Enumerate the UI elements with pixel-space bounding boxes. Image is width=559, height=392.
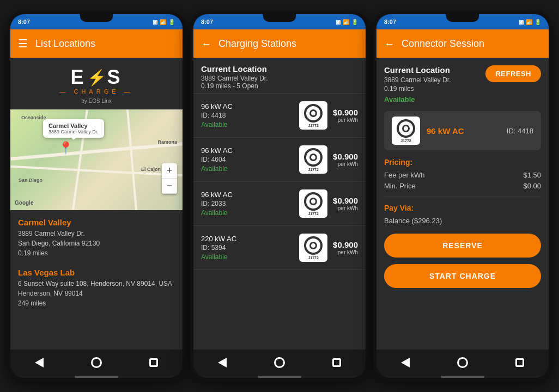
location-name-2: 3889 Carmel Valley Dr. (201, 75, 358, 82)
list-item[interactable]: Carmel Valley 3889 Carmel Valley Dr. San… (18, 218, 175, 258)
callout-title: Carmel Valley (48, 122, 99, 129)
connector-inner-0 (309, 109, 317, 117)
detail-title: Current Location (384, 65, 451, 75)
status-bar-2: 8:07 ▣ 📶 🔋 (193, 14, 366, 29)
status-icons-2: ▣ 📶 🔋 (336, 19, 358, 25)
refresh-button[interactable]: REFRESH (485, 65, 541, 82)
wifi-icon-2: ▣ (336, 19, 341, 25)
connector-type-detail: J1772 (400, 139, 411, 143)
time-1: 8:07 (18, 19, 30, 25)
station-price-1: $0.900 per kWh (333, 152, 358, 167)
map-label-oceanside: Oceanside (21, 115, 46, 120)
screen3-content: Current Location 3889 Carmel Valley Dr. … (376, 58, 549, 350)
eos-text2: S (107, 68, 123, 87)
station-item-1[interactable]: 96 kW AC ID: 4604 Available J1772 $0.900… (193, 138, 366, 182)
price-unit-3: per kWh (333, 249, 358, 255)
station-item-2[interactable]: 96 kW AC ID: 2033 Available J1772 $0.900… (193, 182, 366, 226)
connector-id-detail: ID: 4418 (507, 127, 533, 135)
phone-1: 8:07 ▣ 📶 🔋 ☰ List Locations E ⚡ S — CHAR… (7, 11, 186, 381)
back-arrow-2[interactable]: ← (201, 38, 212, 50)
bottom-line-2 (258, 376, 301, 378)
location-addr1-1: 6 Sunset Way suite 108, Henderson, NV 89… (18, 279, 175, 289)
connector-detail: Current Location 3889 Carmel Valley Dr. … (376, 58, 549, 302)
menu-icon[interactable]: ☰ (18, 37, 28, 50)
price-value-2: $0.900 (333, 196, 358, 205)
station-id-1: ID: 4604 (201, 156, 294, 163)
start-charge-button[interactable]: START CHARGE (384, 264, 541, 288)
station-list: 96 kW AC ID: 4418 Available J1772 $0.900… (193, 94, 366, 350)
station-avail-2: Available (201, 209, 294, 217)
list-item[interactable]: Las Vegas Lab 6 Sunset Way suite 108, He… (18, 268, 175, 308)
recent-button-1[interactable] (144, 353, 163, 372)
back-arrow-3[interactable]: ← (384, 38, 395, 50)
map-controls: + − (162, 163, 177, 194)
detail-avail: Available (384, 95, 451, 103)
fee-value: $1.50 (523, 171, 541, 179)
phone-2: 8:07 ▣ 📶 🔋 ← Charging Stations Current L… (190, 11, 369, 381)
price-value-1: $0.900 (333, 152, 358, 161)
station-price-2: $0.900 per kWh (333, 196, 358, 211)
connector-label-2: J1772 (308, 212, 318, 216)
charge-text: — CHARGE — (59, 88, 133, 95)
notch-2 (263, 14, 296, 22)
station-power-2: 96 kW AC (201, 191, 294, 199)
connector-label-0: J1772 (308, 124, 318, 127)
connector-inner-2 (309, 198, 317, 205)
nav-bar-2 (193, 350, 366, 376)
fee-label: Fee per kWh (384, 171, 424, 179)
location-addr2-1: Henderson, NV 89014 (18, 289, 175, 298)
station-info-1: 96 kW AC ID: 4604 Available (201, 146, 294, 173)
station-id-0: ID: 4418 (201, 112, 294, 119)
top-bar-2: ← Charging Stations (193, 29, 366, 58)
map-container[interactable]: Oceanside Ramona San Diego Alp El Cajon … (10, 109, 183, 210)
map-background: Oceanside Ramona San Diego Alp El Cajon … (10, 109, 183, 210)
connector-icon-3: J1772 (299, 234, 327, 262)
connector-kw-detail: 96 kW AC (427, 126, 500, 136)
station-price-0: $0.900 per kWh (333, 108, 358, 123)
section-header-2: Current Location 3889 Carmel Valley Dr. … (193, 58, 366, 94)
station-power-1: 96 kW AC (201, 146, 294, 155)
station-item-3[interactable]: 220 kW AC ID: 5394 Available J1772 $0.90… (193, 226, 366, 270)
signal-icon: 📶 (160, 19, 166, 25)
station-power-0: 96 kW AC (201, 102, 294, 111)
home-button-1[interactable] (87, 353, 106, 372)
location-addr1-0: 3889 Carmel Valley Dr. (18, 229, 175, 238)
top-bar-3: ← Connector Session (376, 29, 549, 58)
screen1-content: E ⚡ S — CHARGE — by EOS Linx Oceanside R… (10, 58, 183, 350)
reserve-button[interactable]: RESERVE (384, 234, 541, 258)
recent-button-3[interactable] (510, 353, 530, 372)
home-button-2[interactable] (270, 353, 289, 372)
station-item-0[interactable]: 96 kW AC ID: 4418 Available J1772 $0.900… (193, 94, 366, 138)
battery-icon-2: 🔋 (351, 19, 358, 25)
status-icons-1: ▣ 📶 🔋 (153, 19, 175, 25)
zoom-in-button[interactable]: + (162, 163, 177, 179)
connector-row: J1772 96 kW AC ID: 4418 (384, 111, 541, 150)
screen1-title: List Locations (35, 38, 95, 50)
battery-icon: 🔋 (168, 19, 175, 25)
detail-addr: 3889 Carmel Valley Dr. (384, 76, 451, 84)
screen3-title: Connector Session (402, 38, 484, 50)
bolt-icon: ⚡ (87, 69, 106, 87)
price-unit-1: per kWh (333, 161, 358, 167)
back-button-3[interactable] (396, 353, 415, 372)
zoom-out-button[interactable]: − (162, 179, 177, 194)
screen2-title: Charging Stations (218, 38, 296, 50)
recent-button-2[interactable] (327, 353, 347, 372)
connector-icon-2: J1772 (299, 189, 327, 218)
station-power-3: 220 kW AC (201, 235, 294, 243)
google-logo: Google (15, 200, 33, 206)
home-button-3[interactable] (453, 353, 472, 372)
location-name-1: Las Vegas Lab (18, 268, 175, 277)
station-avail-0: Available (201, 121, 294, 128)
back-button-2[interactable] (212, 353, 232, 372)
map-label-ramona: Ramona (157, 139, 177, 145)
pricing-row-fee: Fee per kWh $1.50 (384, 171, 541, 179)
connector-inner-3 (309, 242, 317, 249)
pricing-row-min: Min. Price $0.00 (384, 182, 541, 190)
connector-icon-0: J1772 (299, 101, 327, 130)
station-info-0: 96 kW AC ID: 4418 Available (201, 102, 294, 128)
back-button-1[interactable] (29, 353, 49, 372)
station-avail-3: Available (201, 253, 294, 261)
map-callout: Carmel Valley 3889 Carmel Valley Dr. (43, 119, 104, 138)
nav-bar-3 (376, 350, 549, 376)
